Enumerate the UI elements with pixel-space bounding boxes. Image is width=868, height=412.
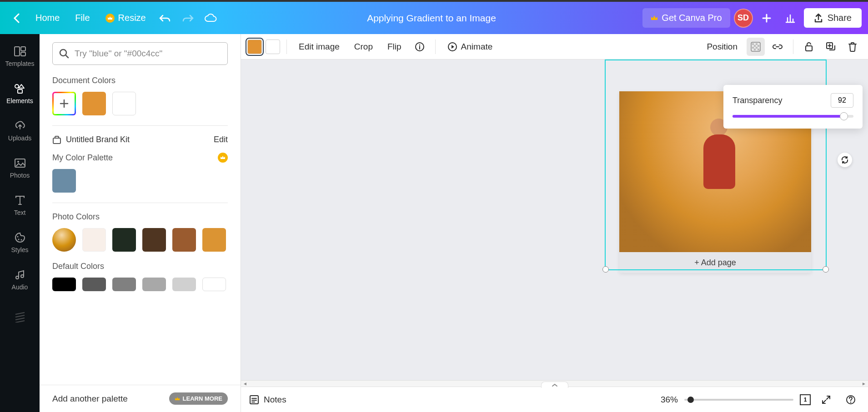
scroll-right-arrow[interactable]: ► [862, 381, 866, 386]
fill-color-chip[interactable] [247, 40, 262, 54]
info-button[interactable] [411, 38, 429, 56]
scroll-left-arrow[interactable]: ◄ [243, 381, 247, 386]
color-swatch[interactable] [52, 278, 76, 291]
edit-brand-kit[interactable]: Edit [214, 135, 228, 144]
svg-rect-21 [756, 47, 758, 49]
nav-templates[interactable]: Templates [0, 38, 40, 75]
svg-rect-11 [53, 138, 60, 144]
document-title[interactable]: Applying Gradient to an Image [224, 13, 639, 24]
animate-button[interactable]: Animate [442, 38, 498, 55]
color-search-input[interactable] [75, 49, 221, 59]
zoom-slider[interactable] [684, 399, 793, 401]
zoom-level[interactable]: 36% [661, 395, 678, 405]
photo-thumbnail[interactable] [52, 228, 76, 252]
help-button[interactable] [842, 391, 860, 409]
nav-audio[interactable]: Audio [0, 261, 40, 298]
redo-button[interactable] [178, 8, 198, 28]
nav-label: Text [14, 209, 26, 216]
styles-icon [14, 232, 26, 243]
fullscreen-button[interactable] [817, 391, 835, 409]
svg-rect-24 [806, 46, 812, 51]
undo-button[interactable] [155, 8, 175, 28]
nav-styles[interactable]: Styles [0, 224, 40, 261]
color-search[interactable] [52, 42, 228, 65]
resize-button[interactable]: Resize [99, 9, 152, 27]
back-button[interactable] [6, 8, 26, 28]
nav-uploads[interactable]: Uploads [0, 112, 40, 149]
color-swatch[interactable] [142, 278, 166, 291]
brand-kit-icon [52, 135, 61, 144]
file-menu[interactable]: File [69, 9, 96, 27]
avatar[interactable]: SD [734, 9, 753, 28]
add-page-button[interactable]: + Add page [619, 252, 811, 273]
cloud-status[interactable] [201, 8, 221, 28]
color-swatch[interactable] [112, 228, 136, 252]
transparency-input[interactable] [831, 93, 853, 108]
fill-color-chip[interactable] [266, 40, 280, 54]
duplicate-button[interactable] [822, 38, 840, 56]
color-swatch[interactable] [112, 92, 136, 115]
transparency-slider[interactable] [733, 115, 853, 118]
page-indicator[interactable]: 1 [800, 394, 811, 405]
home-button[interactable]: Home [29, 9, 66, 27]
color-swatch[interactable] [82, 92, 106, 115]
bar-chart-icon [785, 13, 796, 23]
bottom-bar: Notes 36% 1 [241, 387, 868, 412]
chevron-up-icon [552, 383, 558, 387]
color-swatch[interactable] [172, 278, 196, 291]
add-palette-button[interactable]: Add another palette [52, 394, 128, 404]
nav-photos[interactable]: Photos [0, 149, 40, 187]
delete-button[interactable] [843, 38, 862, 56]
color-panel: Document Colors Untitled Brand Kit Edit … [40, 34, 241, 412]
color-swatch[interactable] [142, 228, 166, 252]
resize-handle[interactable] [823, 266, 829, 273]
nav-elements[interactable]: Elements [0, 75, 40, 112]
crop-button[interactable]: Crop [349, 38, 378, 55]
canvas-viewport[interactable]: + Add page Transparency [241, 60, 868, 380]
slider-fill [733, 115, 844, 118]
app-header: Home File Resize Applying Gradient to an… [0, 2, 868, 34]
link-button[interactable] [768, 38, 787, 56]
nav-text[interactable]: Text [0, 187, 40, 224]
color-swatch[interactable] [82, 278, 106, 291]
transparency-button[interactable] [747, 38, 765, 56]
color-swatch[interactable] [52, 169, 76, 193]
upload-icon [814, 13, 823, 23]
lock-button[interactable] [800, 38, 818, 56]
analytics-button[interactable] [780, 8, 800, 28]
resize-handle[interactable] [602, 266, 609, 273]
brand-kit-label: Untitled Brand Kit [52, 135, 130, 144]
color-swatch[interactable] [112, 278, 136, 291]
add-member-button[interactable] [757, 8, 777, 28]
nav-label: Audio [12, 283, 28, 291]
edit-image-button[interactable]: Edit image [293, 38, 345, 55]
my-palette-title: My Color Palette [52, 153, 113, 163]
sync-button[interactable] [838, 153, 852, 167]
color-swatch[interactable] [172, 228, 196, 252]
color-swatch[interactable] [82, 228, 106, 252]
svg-point-7 [17, 236, 18, 238]
elements-icon [14, 83, 26, 94]
share-button[interactable]: Share [804, 8, 862, 28]
nav-label: Templates [5, 60, 35, 67]
svg-rect-22 [754, 49, 756, 50]
duplicate-icon [826, 42, 836, 52]
nav-more[interactable] [0, 298, 40, 336]
notes-button[interactable]: Notes [249, 395, 286, 405]
uploads-icon [14, 120, 26, 132]
position-button[interactable]: Position [701, 38, 743, 55]
flip-button[interactable]: Flip [382, 38, 407, 55]
color-swatch[interactable] [202, 278, 226, 291]
get-canva-pro-button[interactable]: Get Canva Pro [642, 8, 730, 28]
add-color-swatch[interactable] [52, 92, 76, 115]
collapse-tab[interactable] [541, 382, 568, 388]
color-swatch[interactable] [202, 228, 226, 252]
nav-rail: Templates Elements Uploads Photos Text [0, 34, 40, 412]
svg-point-3 [15, 84, 19, 88]
info-icon [415, 42, 425, 52]
undo-icon [159, 14, 171, 22]
redo-icon [182, 14, 194, 22]
slider-thumb[interactable] [840, 112, 848, 120]
learn-more-button[interactable]: LEARN MORE [169, 392, 228, 405]
zoom-slider-thumb[interactable] [687, 397, 694, 403]
